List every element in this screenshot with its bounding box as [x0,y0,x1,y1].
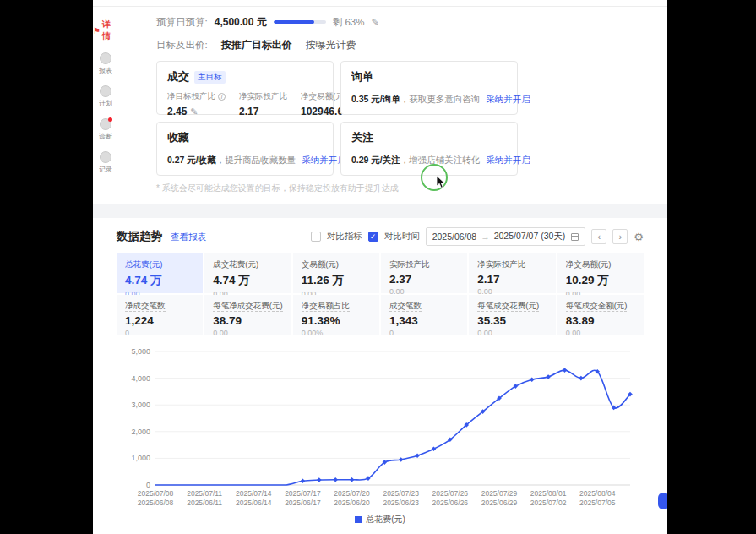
flag-icon: ⚑ [93,26,101,35]
svg-text:2,000: 2,000 [131,428,150,436]
metric-label: 净目标投产比 [167,91,215,102]
info-icon[interactable]: i [218,93,226,101]
metric-card-net-roi[interactable]: 净实际投产比 2.17 0.00 [469,253,555,293]
svg-text:2025/08/01: 2025/08/01 [530,489,567,498]
date-range-picker[interactable]: 2025/06/08 → 2025/07/07 (30天) [426,227,586,246]
compare-metric-checkbox[interactable] [311,232,321,242]
budget-amount: 4,500.00 元 [215,15,267,30]
app-window: ⚑ 详情 报表 计划 诊断 记录 预算日预算: 4,5 [0,0,756,534]
svg-text:2025/07/23: 2025/07/23 [383,489,419,498]
goal-card-favorite[interactable]: 收藏 0.27 元/收藏，提升商品收藏数量 采纳并开启 [156,122,334,176]
svg-text:2025/07/14: 2025/07/14 [236,489,272,498]
legend-swatch [355,516,362,523]
goal-card-deal[interactable]: 成交 主目标 净目标投产比i 2.45✎ 净实际投产比 2.17 [156,61,334,115]
next-period-button[interactable]: › [612,229,628,244]
anchor-item-label: 详情 [102,19,118,42]
anchor-item-label: 报表 [99,66,112,75]
record-icon [100,151,111,163]
metric-card-roi[interactable]: 实际投产比 2.37 0.00 [381,253,467,293]
svg-text:2025/06/20: 2025/06/20 [334,499,370,507]
goal-card-title: 关注 [351,130,373,145]
metric-card-amount-per-order[interactable]: 每笔成交金额(元) 83.89 0.00 [557,295,644,335]
prev-period-button[interactable]: ‹ [591,229,606,244]
anchor-item-report[interactable]: 报表 [99,52,112,75]
goal-card-grid: 成交 主目标 净目标投产比i 2.45✎ 净实际投产比 2.17 [156,61,642,176]
svg-text:2025/06/11: 2025/06/11 [187,499,222,507]
metric-value: 2.45 [167,106,187,117]
metric-card-gmv[interactable]: 交易额(元) 11.26 万 0.00 [293,253,379,293]
svg-text:1,000: 1,000 [131,454,150,462]
anchor-item-record[interactable]: 记录 [99,151,112,174]
svg-text:2025/07/26: 2025/07/26 [432,489,469,498]
svg-text:2025/06/08: 2025/06/08 [138,499,174,507]
goal-desc: ，提升商品收藏数量 [216,155,296,165]
tab-impression-billing[interactable]: 按曝光计费 [306,38,356,52]
view-report-link[interactable]: 查看报表 [171,232,206,243]
metric-card-cost-per-order[interactable]: 每笔成交花费(元) 35.35 0.00 [469,295,555,335]
settings-gear-icon[interactable]: ⚙ [634,231,644,243]
adopt-enable-link[interactable]: 采纳并开启 [486,155,530,165]
click-highlight-ring [421,164,448,191]
compare-time-label: 对比时间 [384,231,420,242]
metric-grid: 总花费(元) 4.74 万 0.00 成交花费(元) 4.74 万 0.00 交… [117,253,644,335]
svg-text:2025/08/04: 2025/08/04 [579,489,616,498]
goal-card-inquiry[interactable]: 询单 0.35 元/询单，获取更多意向咨询 采纳并开启 [340,61,518,115]
metric-card-net-orders[interactable]: 净成交笔数 1,224 0 [117,295,203,335]
svg-text:2025/06/29: 2025/06/29 [481,499,518,507]
adopt-enable-link[interactable]: 采纳并开启 [486,94,530,104]
anchor-item-plan[interactable]: 计划 [99,85,112,108]
svg-text:0: 0 [146,481,150,489]
metric-label: 净交易额(元) [301,91,346,102]
date-start: 2025/06/08 [432,232,477,242]
trend-title: 数据趋势 [117,229,162,244]
budget-row: 预算日预算: 4,500.00 元 剩 63% ✎ [156,14,642,30]
plan-icon [100,85,111,97]
goal-card-title: 成交 [167,69,189,84]
section-gap [93,204,667,218]
tab-goal-bidding[interactable]: 按推广目标出价 [221,38,292,52]
svg-text:5,000: 5,000 [131,347,150,356]
bidding-row: 目标及出价: 按推广目标出价 按曝光计费 [156,37,642,52]
svg-text:2025/06/23: 2025/06/23 [383,499,419,507]
metric-card-deal-cost[interactable]: 成交花费(元) 4.74 万 0.00 [204,253,291,293]
metric-card-net-gmv-ratio[interactable]: 净交易额占比 91.38% 0.00% [293,295,379,335]
mouse-cursor-icon [436,176,448,189]
svg-text:2025/07/17: 2025/07/17 [285,489,321,498]
goal-card-title: 收藏 [167,130,189,145]
svg-text:2025/07/08: 2025/07/08 [138,489,174,498]
svg-text:2025/06/26: 2025/06/26 [432,499,469,507]
calendar-icon [571,233,579,241]
metric-card-cost-per-net-order[interactable]: 每笔净成交花费(元) 38.79 0.00 [204,295,291,335]
edit-budget-icon[interactable]: ✎ [371,17,378,28]
anchor-item-label: 诊断 [99,132,112,141]
top-divider [93,0,667,7]
svg-text:2025/07/05: 2025/07/05 [579,499,616,507]
budget-remaining: 剩 63% [333,16,365,29]
metric-label: 净实际投产比 [239,91,287,102]
budget-progress-bar [274,20,326,24]
anchor-item-diagnose[interactable]: 诊断 [99,118,112,141]
adopt-enable-link[interactable]: 采纳并开启 [302,155,346,165]
goal-price: 0.35 元/询单 [351,94,400,104]
anchor-item-detail[interactable]: ⚑ 详情 [93,19,118,42]
goal-price: 0.27 元/收藏 [167,155,216,165]
metric-card-orders[interactable]: 成交笔数 1,343 0 [381,295,467,335]
compare-time-checkbox[interactable]: ✓ [368,232,378,242]
svg-text:2025/07/02: 2025/07/02 [530,499,567,507]
goal-price: 0.29 元/关注 [351,155,400,165]
goal-desc: ，获取更多意向咨询 [400,94,481,104]
edit-target-roi-icon[interactable]: ✎ [190,106,198,117]
svg-text:2025/07/11: 2025/07/11 [187,489,222,498]
chart-legend: 总花费(元) [117,514,644,526]
svg-text:4,000: 4,000 [131,374,150,383]
svg-text:2025/07/29: 2025/07/29 [481,489,518,498]
primary-goal-badge: 主目标 [194,71,226,84]
svg-text:2025/07/20: 2025/07/20 [334,489,370,498]
metric-card-net-gmv[interactable]: 净交易额(元) 10.29 万 0.00 [557,253,644,293]
metric-card-total-cost[interactable]: 总花费(元) 4.74 万 0.00 [117,253,203,293]
svg-text:2025/06/17: 2025/06/17 [285,499,321,507]
scroll-indicator[interactable] [658,493,667,509]
date-end: 2025/07/07 (30天) [494,231,566,242]
report-icon [100,52,111,64]
svg-text:3,000: 3,000 [131,400,150,409]
